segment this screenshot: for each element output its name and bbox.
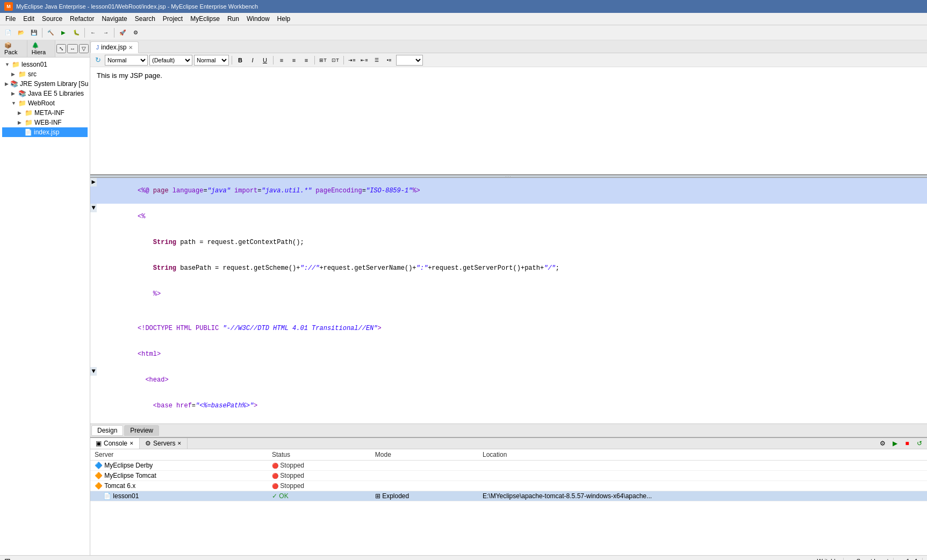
new-btn[interactable]: 📄 bbox=[2, 27, 14, 39]
save-btn[interactable]: 💾 bbox=[28, 27, 40, 39]
tree-item-indexjsp[interactable]: 📄 index.jsp bbox=[2, 127, 88, 137]
debug-btn[interactable]: 🐛 bbox=[70, 27, 82, 39]
ul-btn[interactable]: •≡ bbox=[384, 55, 394, 66]
sync-btn[interactable]: ↔ bbox=[67, 44, 78, 53]
tomcat6-name: 🔶 Tomcat 6.x bbox=[90, 481, 268, 491]
menu-navigate[interactable]: Navigate bbox=[98, 14, 130, 24]
code-line-7: <!DOCTYPE HTML PUBLIC "-//W3C//DTD HTML … bbox=[90, 315, 927, 341]
line-content-5: %> bbox=[97, 281, 163, 307]
tree-item-metainf[interactable]: ▶ 📁 META-INF bbox=[2, 108, 88, 118]
tree-item-lesson01[interactable]: ▼ 📁 lesson01 bbox=[2, 60, 88, 69]
server-row-lesson01[interactable]: 📄 lesson01 ✓ OK ⊞ Exploded E:\MYeclipse\… bbox=[90, 491, 927, 501]
tomcat-location bbox=[478, 471, 927, 481]
collapse-all-btn[interactable]: ⤡ bbox=[56, 44, 66, 53]
list-btn[interactable]: ☰ bbox=[371, 55, 382, 66]
fwd-btn[interactable]: → bbox=[100, 27, 112, 39]
open-btn[interactable]: 📂 bbox=[15, 27, 27, 39]
menu-run[interactable]: Run bbox=[224, 14, 242, 24]
code-line-5: %> bbox=[90, 281, 927, 307]
tomcat-name: 🔶 MyEclipse Tomcat bbox=[90, 471, 268, 481]
deploy-btn[interactable]: 🚀 bbox=[117, 27, 128, 39]
server-btn[interactable]: ⚙ bbox=[130, 27, 141, 39]
tree-item-webinf[interactable]: ▶ 📁 WEB-INF bbox=[2, 118, 88, 127]
javaee-icon: 📚 bbox=[18, 90, 26, 97]
bold-btn[interactable]: B bbox=[235, 55, 246, 66]
menu-help[interactable]: Help bbox=[274, 14, 294, 24]
align-left-btn[interactable]: ≡ bbox=[276, 55, 287, 66]
font-select[interactable]: (Default) bbox=[149, 55, 192, 66]
wysiwyg-area[interactable]: This is my JSP page. bbox=[90, 67, 927, 175]
underline-btn[interactable]: U bbox=[260, 55, 270, 66]
col-server: Server bbox=[90, 449, 268, 461]
expand-javaee[interactable]: ▶ bbox=[11, 91, 17, 96]
expand-metainf[interactable]: ▶ bbox=[18, 110, 23, 116]
console-tab-close[interactable]: ✕ bbox=[130, 441, 134, 446]
misc-select[interactable] bbox=[396, 55, 423, 66]
insert-btn[interactable]: ⊡T bbox=[330, 55, 341, 66]
tab-icon: J bbox=[96, 45, 99, 51]
design-tab-btn[interactable]: Design bbox=[91, 425, 123, 436]
source-btn[interactable]: ⊞T bbox=[318, 55, 328, 66]
status-left: ⊞ bbox=[4, 557, 11, 560]
console-restart-btn[interactable]: ↺ bbox=[914, 438, 925, 449]
align-center-btn[interactable]: ≡ bbox=[289, 55, 299, 66]
metainf-icon: 📁 bbox=[25, 109, 33, 117]
toolbar-refresh-btn[interactable]: ↻ bbox=[92, 55, 103, 66]
run-btn[interactable]: ▶ bbox=[58, 27, 69, 39]
line-content-7: <!DOCTYPE HTML PUBLIC "-//W3C//DTD HTML … bbox=[97, 315, 384, 341]
style-select[interactable]: Normal bbox=[105, 55, 148, 66]
menu-refactor[interactable]: Refactor bbox=[67, 14, 97, 24]
wysiwyg-content[interactable]: This is my JSP page. bbox=[90, 67, 927, 142]
menu-source[interactable]: Source bbox=[39, 14, 66, 24]
menu-search[interactable]: Search bbox=[132, 14, 159, 24]
menu-window[interactable]: Window bbox=[243, 14, 273, 24]
size-select[interactable]: Normal bbox=[194, 55, 229, 66]
expand-lesson01[interactable]: ▼ bbox=[5, 62, 10, 67]
console-stop-btn[interactable]: ■ bbox=[902, 438, 912, 449]
server-row-derby[interactable]: 🔷 MyEclipse Derby 🔴 Stopped bbox=[90, 461, 927, 471]
derby-status-icon: 🔴 bbox=[272, 463, 278, 469]
tomcat-mode bbox=[371, 471, 478, 481]
console-actions: ⚙ ▶ ■ ↺ bbox=[877, 438, 927, 449]
align-right-btn[interactable]: ≡ bbox=[301, 55, 312, 66]
line-indicator-1: ▶ bbox=[90, 178, 97, 186]
tree-item-webroot[interactable]: ▼ 📁 WebRoot bbox=[2, 98, 88, 108]
editor-tab-indexjsp[interactable]: J index.jsp ✕ bbox=[90, 41, 139, 53]
expand-webinf[interactable]: ▶ bbox=[18, 120, 23, 125]
console-tab-console[interactable]: ▣ Console ✕ bbox=[90, 438, 140, 449]
servers-tab-close[interactable]: ✕ bbox=[177, 441, 182, 446]
back-btn[interactable]: ← bbox=[87, 27, 99, 39]
expand-src[interactable]: ▶ bbox=[11, 71, 17, 77]
code-editor[interactable]: ▶ <%@ page language="java" import="java.… bbox=[90, 178, 927, 423]
menu-project[interactable]: Project bbox=[160, 14, 186, 24]
servers-label: Servers bbox=[153, 440, 175, 447]
menu-file[interactable]: File bbox=[2, 14, 19, 24]
lesson01-status: ✓ OK bbox=[268, 491, 371, 501]
preview-tab-btn[interactable]: Preview bbox=[124, 425, 159, 436]
tree-item-javaee[interactable]: ▶ 📚 Java EE 5 Libraries bbox=[2, 89, 88, 98]
tree-view: ▼ 📁 lesson01 ▶ 📁 src ▶ 📚 bbox=[0, 58, 90, 555]
wysiwyg-text: This is my JSP page. bbox=[97, 71, 162, 80]
expand-webroot[interactable]: ▼ bbox=[11, 100, 17, 106]
console-start-btn[interactable]: ▶ bbox=[889, 438, 900, 449]
line-content-6 bbox=[97, 307, 105, 315]
console-gear-btn[interactable]: ⚙ bbox=[877, 438, 888, 449]
server-row-tomcat6[interactable]: 🔶 Tomcat 6.x 🔴 Stopped bbox=[90, 481, 927, 491]
menu-edit[interactable]: Edit bbox=[20, 14, 38, 24]
console-tab-servers[interactable]: ⚙ Servers ✕ bbox=[140, 438, 188, 449]
indent-btn[interactable]: ⇥≡ bbox=[347, 55, 357, 66]
server-row-tomcat[interactable]: 🔶 MyEclipse Tomcat 🔴 Stopped bbox=[90, 471, 927, 481]
view-menu-btn[interactable]: ▽ bbox=[79, 44, 89, 53]
sidebar-tab-pack[interactable]: 📦 Pack bbox=[0, 40, 27, 57]
menu-myeclipse[interactable]: MyEclipse bbox=[187, 14, 223, 24]
build-btn[interactable]: 🔨 bbox=[45, 27, 56, 39]
tree-item-src[interactable]: ▶ 📁 src bbox=[2, 69, 88, 79]
outdent-btn[interactable]: ⇤≡ bbox=[359, 55, 370, 66]
code-line-4: String basePath = request.getScheme()+":… bbox=[90, 255, 927, 281]
tab-close-btn[interactable]: ✕ bbox=[128, 45, 133, 51]
italic-btn[interactable]: I bbox=[247, 55, 258, 66]
wysiwyg-toolbar: ↻ Normal (Default) Normal B I U ≡ ≡ ≡ ⊞T… bbox=[90, 53, 927, 67]
expand-jre[interactable]: ▶ bbox=[5, 81, 9, 87]
tree-item-jre[interactable]: ▶ 📚 JRE System Library [Su bbox=[2, 79, 88, 89]
sidebar-tab-hiera[interactable]: 🌲 Hiera bbox=[27, 40, 55, 57]
